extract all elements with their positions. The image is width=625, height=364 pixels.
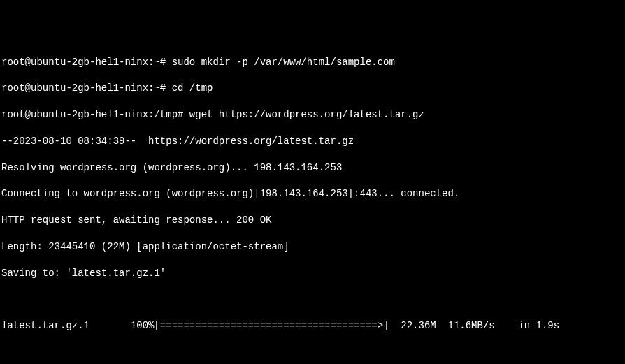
wget-connecting-1: Connecting to wordpress.org (wordpress.o… (1, 187, 624, 201)
command-text: wget https://wordpress.org/latest.tar.gz (189, 109, 424, 120)
wget-header-1: --2023-08-10 08:34:39-- https://wordpres… (1, 135, 624, 148)
wget-http-status-1: HTTP request sent, awaiting response... … (1, 214, 624, 227)
wget-length-1: Length: 23445410 (22M) [application/octe… (1, 240, 624, 254)
command-text: cd /tmp (172, 82, 213, 94)
wget-progress-1: latest.tar.gz.1 100%[===================… (1, 319, 624, 333)
blank-line (1, 346, 624, 359)
prompt-line-wget-1[interactable]: root@ubuntu-2gb-hel1-ninx:/tmp# wget htt… (1, 108, 624, 122)
prompt-line-mkdir-1[interactable]: root@ubuntu-2gb-hel1-ninx:~# sudo mkdir … (1, 56, 624, 69)
shell-prompt: root@ubuntu-2gb-hel1-ninx:/tmp# (1, 109, 189, 120)
prompt-line-cd-1[interactable]: root@ubuntu-2gb-hel1-ninx:~# cd /tmp (1, 82, 624, 95)
wget-saving-1: Saving to: 'latest.tar.gz.1' (1, 267, 624, 280)
blank-line (1, 293, 624, 307)
command-text: sudo mkdir -p /var/www/html/sample.com (172, 57, 395, 68)
shell-prompt: root@ubuntu-2gb-hel1-ninx:~# (1, 82, 172, 94)
wget-resolving-1: Resolving wordpress.org (wordpress.org).… (1, 161, 624, 175)
shell-prompt: root@ubuntu-2gb-hel1-ninx:~# (1, 57, 172, 68)
